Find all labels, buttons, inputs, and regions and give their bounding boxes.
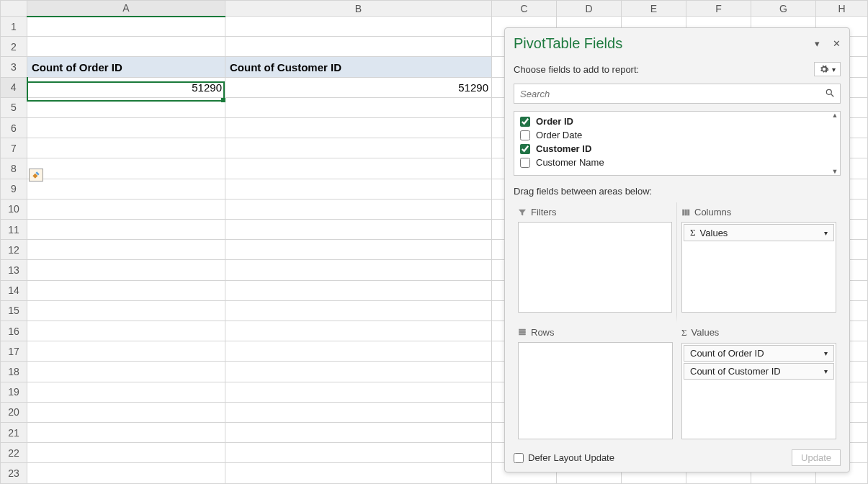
cell-A14[interactable] — [27, 280, 225, 300]
cell-B5[interactable] — [225, 97, 492, 117]
pane-close-icon[interactable]: ✕ — [833, 38, 841, 49]
defer-layout-checkbox[interactable]: Defer Layout Update — [514, 452, 614, 463]
cell-B4[interactable]: 51290 — [225, 77, 492, 97]
rows-area[interactable]: Rows — [514, 323, 677, 443]
row-header-1[interactable]: 1 — [1, 17, 27, 37]
field-item-order-date[interactable]: Order Date — [516, 128, 838, 142]
cell-B18[interactable] — [225, 362, 492, 382]
column-header-b[interactable]: B — [225, 1, 492, 17]
cell-A16[interactable] — [27, 321, 225, 341]
row-header-9[interactable]: 9 — [1, 179, 27, 199]
field-item-customer-name[interactable]: Customer Name — [516, 156, 838, 169]
row-header-18[interactable]: 18 — [1, 362, 27, 382]
row-header-21[interactable]: 21 — [1, 423, 27, 443]
column-header-h[interactable]: H — [816, 1, 868, 17]
cell-B11[interactable] — [225, 220, 492, 240]
tools-gear-button[interactable]: ▾ — [814, 62, 841, 76]
select-all-corner[interactable] — [1, 1, 27, 17]
row-header-16[interactable]: 16 — [1, 321, 27, 341]
field-checkbox[interactable] — [520, 130, 530, 140]
cell-B14[interactable] — [225, 280, 492, 300]
row-header-10[interactable]: 10 — [1, 199, 27, 219]
row-header-6[interactable]: 6 — [1, 118, 27, 138]
cell-B3[interactable]: Count of Customer ID — [225, 57, 492, 77]
cell-B12[interactable] — [225, 240, 492, 260]
filters-area[interactable]: Filters — [514, 202, 677, 323]
values-pill[interactable]: Count of Customer ID▾ — [684, 363, 834, 380]
column-header-e[interactable]: E — [622, 1, 686, 17]
cell-B23[interactable] — [225, 463, 492, 484]
field-item-order-id[interactable]: Order ID — [516, 115, 838, 128]
cell-B19[interactable] — [225, 382, 492, 402]
field-checkbox[interactable] — [520, 144, 530, 154]
row-header-12[interactable]: 12 — [1, 240, 27, 260]
pane-dropdown-icon[interactable]: ▾ — [815, 38, 820, 49]
row-header-5[interactable]: 5 — [1, 97, 27, 117]
cell-A6[interactable] — [27, 118, 225, 138]
cell-A20[interactable] — [27, 402, 225, 422]
row-header-3[interactable]: 3 — [1, 57, 27, 77]
cell-A13[interactable] — [27, 260, 225, 280]
cell-A21[interactable] — [27, 423, 225, 443]
field-checkbox[interactable] — [520, 158, 530, 168]
row-header-23[interactable]: 23 — [1, 463, 27, 484]
row-header-22[interactable]: 22 — [1, 443, 27, 463]
search-input[interactable] — [514, 84, 841, 104]
cell-B17[interactable] — [225, 341, 492, 362]
cell-A7[interactable] — [27, 138, 225, 158]
field-checkbox[interactable] — [520, 117, 530, 127]
pivottable-fields-pane[interactable]: PivotTable Fields ▾ ✕ Choose fields to a… — [504, 27, 850, 472]
cell-B7[interactable] — [225, 138, 492, 158]
row-header-19[interactable]: 19 — [1, 382, 27, 402]
values-pill[interactable]: Count of Order ID▾ — [684, 345, 834, 362]
cell-A11[interactable] — [27, 220, 225, 240]
cell-B6[interactable] — [225, 118, 492, 138]
row-header-17[interactable]: 17 — [1, 341, 27, 362]
cell-A8[interactable] — [27, 158, 225, 179]
cell-B2[interactable] — [225, 37, 492, 57]
cell-B9[interactable] — [225, 179, 492, 199]
cell-A18[interactable] — [27, 362, 225, 382]
cell-B15[interactable] — [225, 300, 492, 321]
row-header-4[interactable]: 4 — [1, 77, 27, 97]
cell-A5[interactable] — [27, 97, 225, 117]
cell-A12[interactable] — [27, 240, 225, 260]
cell-A9[interactable] — [27, 179, 225, 199]
cell-A19[interactable] — [27, 382, 225, 402]
cell-A15[interactable] — [27, 300, 225, 321]
cell-B22[interactable] — [225, 443, 492, 463]
cell-A2[interactable] — [27, 37, 225, 57]
cell-B1[interactable] — [225, 17, 492, 37]
format-painter-icon[interactable] — [29, 169, 43, 182]
column-header-f[interactable]: F — [686, 1, 751, 17]
cell-A17[interactable] — [27, 341, 225, 362]
row-header-2[interactable]: 2 — [1, 37, 27, 57]
cell-B16[interactable] — [225, 321, 492, 341]
column-header-d[interactable]: D — [557, 1, 622, 17]
cell-B8[interactable] — [225, 158, 492, 179]
row-header-8[interactable]: 8 — [1, 158, 27, 179]
row-header-14[interactable]: 14 — [1, 280, 27, 300]
field-item-customer-id[interactable]: Customer ID — [516, 142, 838, 156]
cell-B10[interactable] — [225, 199, 492, 219]
row-header-11[interactable]: 11 — [1, 220, 27, 240]
cell-A23[interactable] — [27, 463, 225, 484]
cell-A1[interactable] — [27, 17, 225, 37]
column-header-c[interactable]: C — [492, 1, 557, 17]
row-header-20[interactable]: 20 — [1, 402, 27, 422]
row-header-15[interactable]: 15 — [1, 300, 27, 321]
row-header-13[interactable]: 13 — [1, 260, 27, 280]
columns-pill[interactable]: ΣValues▾ — [684, 224, 834, 241]
cell-B13[interactable] — [225, 260, 492, 280]
cell-B20[interactable] — [225, 402, 492, 422]
field-list[interactable]: Order IDOrder DateCustomer IDCustomer Na… — [514, 111, 841, 176]
values-area[interactable]: Σ Values Count of Order ID▾Count of Cust… — [677, 323, 841, 443]
column-header-g[interactable]: G — [751, 1, 816, 17]
row-header-7[interactable]: 7 — [1, 138, 27, 158]
cell-A22[interactable] — [27, 443, 225, 463]
update-button[interactable]: Update — [792, 449, 841, 466]
cell-A10[interactable] — [27, 199, 225, 219]
cell-B21[interactable] — [225, 423, 492, 443]
cell-A3[interactable]: Count of Order ID — [27, 57, 225, 77]
cell-A4[interactable]: 51290 — [27, 77, 225, 97]
